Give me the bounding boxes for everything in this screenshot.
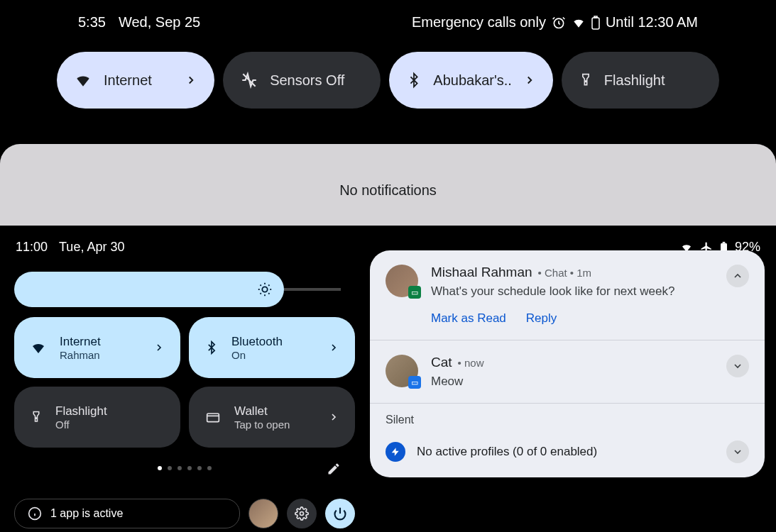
chat-badge-icon: ▭ bbox=[408, 286, 421, 299]
no-notifications-panel: No notifications bbox=[0, 144, 776, 226]
wifi-icon bbox=[74, 71, 92, 89]
active-apps-text: 1 app is active bbox=[50, 507, 123, 520]
profiles-row[interactable]: No active profiles (0 of 0 enabled) bbox=[370, 433, 765, 477]
qs-tile-flashlight[interactable]: Flashlight bbox=[562, 52, 719, 109]
svg-rect-2 bbox=[594, 16, 597, 18]
qs-tile-bluetooth[interactable]: Abubakar's.. bbox=[389, 52, 553, 109]
active-apps-button[interactable]: 1 app is active bbox=[14, 499, 240, 528]
qs-tile-sensors[interactable]: Sensors Off bbox=[223, 52, 381, 109]
notification-text: Meow bbox=[431, 375, 714, 389]
qs-tile-subtitle: Rahman bbox=[60, 349, 101, 361]
svg-rect-8 bbox=[207, 414, 219, 422]
qs-tile-subtitle: Off bbox=[55, 419, 107, 431]
chevron-down-icon bbox=[732, 360, 743, 372]
settings-button[interactable] bbox=[287, 499, 317, 528]
chevron-right-icon bbox=[523, 74, 536, 87]
wifi-icon bbox=[30, 339, 47, 356]
notification-sender: Cat bbox=[431, 355, 452, 370]
notification-meta: • Chat • 1m bbox=[538, 267, 592, 279]
page-indicator bbox=[0, 466, 369, 470]
svg-point-7 bbox=[35, 418, 37, 419]
qs-tile-title: Bluetooth bbox=[231, 335, 283, 349]
silent-section-label: Silent bbox=[370, 404, 765, 433]
mark-read-button[interactable]: Mark as Read bbox=[431, 311, 506, 326]
qs-tile-subtitle: On bbox=[231, 349, 283, 361]
notification-sender: Mishaal Rahman bbox=[431, 265, 532, 280]
expand-button[interactable] bbox=[726, 355, 749, 377]
notification-meta: • now bbox=[458, 357, 484, 369]
chevron-right-icon bbox=[185, 74, 197, 87]
emergency-text: Emergency calls only bbox=[412, 14, 546, 31]
qs-tile-bluetooth[interactable]: Bluetooth On bbox=[189, 317, 355, 378]
brightness-icon bbox=[257, 282, 273, 297]
status-date: Tue, Apr 30 bbox=[59, 240, 124, 255]
bluetooth-icon bbox=[204, 339, 219, 356]
notification-panel: ▭ Mishaal Rahman • Chat • 1m What's your… bbox=[370, 250, 765, 477]
qs-tile-wallet[interactable]: Wallet Tap to open bbox=[189, 387, 355, 448]
messages-badge-icon: ▭ bbox=[408, 376, 421, 389]
flashlight-icon bbox=[30, 409, 43, 426]
avatar: ▭ bbox=[386, 265, 418, 297]
no-notifications-text: No notifications bbox=[339, 182, 437, 198]
notification-item[interactable]: ▭ Cat • now Meow bbox=[370, 340, 765, 404]
chevron-up-icon bbox=[732, 270, 743, 282]
chevron-down-icon bbox=[732, 446, 743, 458]
notification-item[interactable]: ▭ Mishaal Rahman • Chat • 1m What's your… bbox=[370, 250, 765, 340]
wallet-icon bbox=[204, 410, 222, 424]
notification-text: What's your schedule look like for next … bbox=[431, 284, 714, 299]
status-time: 11:00 bbox=[16, 240, 48, 255]
sensors-icon bbox=[240, 71, 258, 89]
profiles-text: No active profiles (0 of 0 enabled) bbox=[417, 445, 715, 459]
chevron-right-icon bbox=[153, 342, 165, 353]
status-date: Wed, Sep 25 bbox=[119, 14, 200, 31]
battery-icon bbox=[591, 16, 600, 30]
power-button[interactable] bbox=[325, 499, 355, 528]
avatar: ▭ bbox=[386, 355, 418, 387]
chevron-right-icon bbox=[328, 411, 339, 423]
qs-tile-title: Wallet bbox=[234, 404, 290, 419]
qs-tile-label: Flashlight bbox=[604, 72, 665, 89]
svg-rect-5 bbox=[723, 241, 726, 243]
collapse-button[interactable] bbox=[726, 265, 749, 287]
edit-icon[interactable] bbox=[327, 462, 341, 476]
chevron-right-icon bbox=[328, 342, 339, 353]
qs-tile-subtitle: Tap to open bbox=[234, 419, 290, 431]
alarm-icon bbox=[552, 16, 566, 30]
status-time: 5:35 bbox=[78, 14, 106, 31]
qs-tile-title: Internet bbox=[60, 335, 101, 349]
gear-icon bbox=[295, 506, 309, 521]
svg-point-3 bbox=[585, 81, 586, 82]
bluetooth-icon bbox=[406, 71, 422, 89]
info-icon bbox=[28, 506, 42, 521]
flashlight-icon bbox=[579, 71, 593, 89]
bolt-icon bbox=[386, 442, 405, 462]
reply-button[interactable]: Reply bbox=[526, 311, 557, 326]
qs-tile-label: Internet bbox=[104, 72, 152, 89]
qs-tile-label: Abubakar's.. bbox=[433, 72, 512, 89]
until-text: Until 12:30 AM bbox=[606, 14, 698, 31]
svg-rect-1 bbox=[592, 18, 599, 29]
expand-button[interactable] bbox=[726, 440, 749, 463]
svg-point-6 bbox=[262, 287, 267, 292]
svg-point-10 bbox=[300, 512, 304, 516]
qs-tile-label: Sensors Off bbox=[270, 72, 344, 89]
qs-tile-flashlight[interactable]: Flashlight Off bbox=[14, 387, 180, 448]
qs-tile-internet[interactable]: Internet bbox=[57, 52, 214, 109]
power-icon bbox=[333, 506, 347, 521]
qs-tile-internet[interactable]: Internet Rahman bbox=[14, 317, 180, 378]
brightness-slider[interactable] bbox=[14, 272, 355, 307]
qs-tile-title: Flashlight bbox=[55, 404, 107, 419]
wifi-icon bbox=[572, 16, 586, 30]
user-avatar[interactable] bbox=[248, 499, 278, 528]
